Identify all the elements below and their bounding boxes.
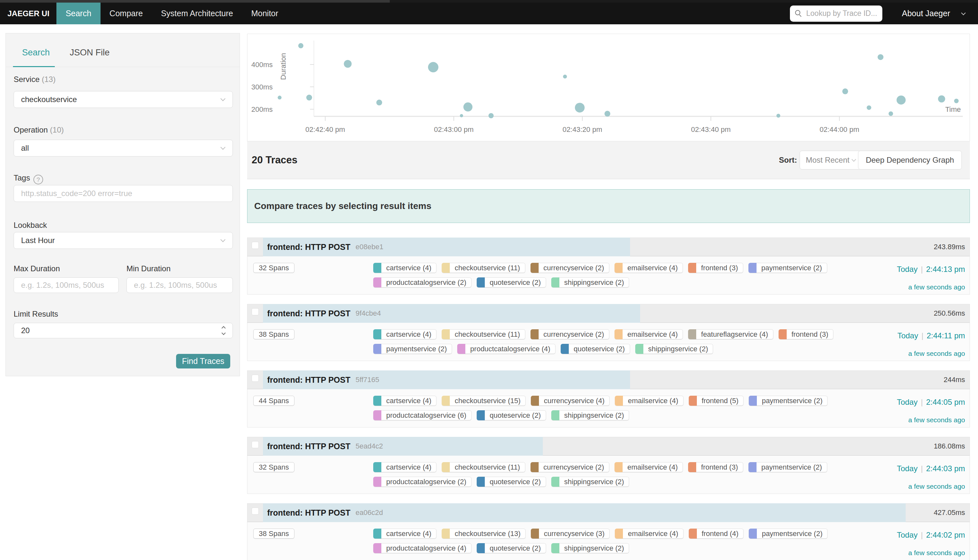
trace-title: frontend: HTTP POST5ff7165 bbox=[267, 371, 379, 389]
service-color-swatch bbox=[749, 396, 757, 406]
trace-select-checkbox[interactable] bbox=[252, 508, 259, 515]
trace-header-link[interactable]: frontend: HTTP POST5ff7165 244ms bbox=[247, 370, 970, 389]
chevron-down-icon bbox=[851, 157, 856, 162]
trace-dot[interactable] bbox=[575, 103, 585, 112]
help-icon[interactable]: ? bbox=[33, 175, 43, 184]
trace-date[interactable]: Today bbox=[897, 530, 918, 539]
about-jaeger-menu[interactable]: About Jaeger bbox=[902, 9, 965, 18]
trace-details: 32 Spans cartservice (4)checkoutservice … bbox=[247, 456, 970, 494]
trace-date[interactable]: Today bbox=[897, 398, 918, 407]
service-color-swatch bbox=[614, 263, 623, 273]
trace-time[interactable]: 2:44:11 pm bbox=[927, 331, 965, 340]
trace-dot[interactable] bbox=[563, 75, 567, 78]
nav-item-system-architecture[interactable]: System Architecture bbox=[152, 3, 242, 24]
svg-text:02:43:00 pm: 02:43:00 pm bbox=[434, 125, 474, 133]
service-chip-productcatalogservice: productcatalogservice (6) bbox=[373, 410, 471, 420]
nav-item-compare[interactable]: Compare bbox=[100, 3, 152, 24]
service-color-swatch bbox=[749, 528, 757, 538]
trace-date[interactable]: Today bbox=[897, 464, 918, 473]
trace-header-link[interactable]: frontend: HTTP POSTea06c2d 427.05ms bbox=[247, 503, 970, 522]
service-chip-paymentservice: paymentservice (2) bbox=[748, 462, 827, 472]
tags-input[interactable]: http.status_code=200 error=true bbox=[13, 185, 233, 202]
min-duration-input[interactable]: e.g. 1.2s, 100ms, 500us bbox=[127, 277, 233, 293]
x-axis-label: Time bbox=[945, 105, 961, 113]
deep-dependency-graph-button[interactable]: Deep Dependency Graph bbox=[858, 151, 962, 170]
span-count-chip: 44 Spans bbox=[253, 396, 294, 406]
trace-dot[interactable] bbox=[463, 102, 472, 112]
find-traces-button[interactable]: Find Traces bbox=[176, 354, 230, 368]
max-duration-label: Max Duration bbox=[13, 264, 60, 273]
trace-dot[interactable] bbox=[376, 100, 382, 105]
trace-header-link[interactable]: frontend: HTTP POST9f4cbe4 250.56ms bbox=[247, 304, 970, 323]
nav-item-search[interactable]: Search bbox=[57, 3, 100, 24]
nav-item-monitor[interactable]: Monitor bbox=[242, 3, 287, 24]
trace-id-lookup-input[interactable]: Lookup by Trace ID... bbox=[790, 5, 882, 22]
service-color-swatch bbox=[688, 263, 696, 273]
trace-time[interactable]: 2:44:02 pm bbox=[926, 530, 965, 539]
trace-id: 9f4cbe4 bbox=[355, 309, 381, 318]
service-chip-shippingservice: shippingservice (2) bbox=[551, 410, 629, 420]
trace-dot[interactable] bbox=[954, 98, 958, 103]
trace-select-checkbox[interactable] bbox=[252, 308, 259, 315]
service-color-swatch bbox=[373, 543, 381, 553]
service-color-swatch bbox=[373, 528, 381, 538]
trace-dot[interactable] bbox=[604, 111, 610, 117]
trace-dot[interactable] bbox=[867, 105, 871, 110]
trace-dot[interactable] bbox=[460, 114, 463, 117]
service-chip-cartservice: cartservice (4) bbox=[373, 462, 436, 472]
trace-id: 5ead4c2 bbox=[355, 442, 383, 450]
trace-select-checkbox[interactable] bbox=[252, 242, 259, 249]
trace-dot[interactable] bbox=[277, 96, 282, 100]
trace-dot[interactable] bbox=[896, 96, 906, 105]
trace-dot[interactable] bbox=[428, 62, 439, 72]
trace-header-link[interactable]: frontend: HTTP POSTe08ebe1 243.89ms bbox=[247, 238, 970, 256]
trace-date[interactable]: Today bbox=[897, 331, 918, 340]
trace-dot[interactable] bbox=[888, 112, 893, 116]
duration-scatter-panel: 400ms300ms200ms02:42:40 pm02:43:00 pm02:… bbox=[247, 34, 970, 141]
trace-time[interactable]: 2:44:13 pm bbox=[926, 265, 965, 273]
sort-select[interactable]: Most Recent bbox=[799, 151, 861, 170]
trace-dot[interactable] bbox=[488, 113, 494, 118]
tab-search[interactable]: Search bbox=[22, 48, 50, 58]
trace-header-link[interactable]: frontend: HTTP POST5ead4c2 186.08ms bbox=[247, 437, 970, 456]
service-color-swatch bbox=[748, 462, 756, 472]
service-color-swatch bbox=[614, 462, 623, 472]
service-color-swatch bbox=[477, 410, 485, 420]
search-icon bbox=[795, 10, 802, 17]
trace-dot[interactable] bbox=[298, 43, 304, 48]
trace-dot[interactable] bbox=[306, 95, 312, 100]
service-chip-checkoutservice: checkoutservice (15) bbox=[442, 396, 526, 406]
service-chip-paymentservice: paymentservice (2) bbox=[749, 528, 828, 538]
number-stepper[interactable] bbox=[222, 326, 227, 335]
min-duration-label: Min Duration bbox=[127, 264, 170, 273]
trace-dot[interactable] bbox=[938, 95, 945, 102]
max-duration-input[interactable]: e.g. 1.2s, 100ms, 500us bbox=[13, 277, 118, 293]
service-chips: cartservice (4)checkoutservice (15)curre… bbox=[373, 396, 828, 425]
trace-select-checkbox[interactable] bbox=[252, 441, 259, 448]
trace-timestamp: Today|2:44:03 pm a few seconds ago bbox=[897, 456, 965, 490]
trace-date[interactable]: Today bbox=[897, 265, 918, 273]
trace-dot[interactable] bbox=[776, 114, 780, 118]
trace-dot[interactable] bbox=[878, 54, 883, 60]
sort-label: Sort: bbox=[779, 155, 797, 165]
trace-select-checkbox[interactable] bbox=[252, 375, 259, 382]
trace-dot[interactable] bbox=[344, 60, 352, 68]
tab-json-file[interactable]: JSON File bbox=[70, 48, 110, 58]
trace-dot[interactable] bbox=[842, 88, 848, 94]
service-color-swatch bbox=[551, 277, 559, 287]
trace-ago: a few seconds ago bbox=[897, 549, 965, 557]
limit-results-input[interactable]: 20 bbox=[13, 323, 233, 338]
trace-time[interactable]: 2:44:03 pm bbox=[926, 464, 965, 473]
service-chip-checkoutservice: checkoutservice (13) bbox=[442, 528, 526, 538]
trace-ago: a few seconds ago bbox=[897, 416, 965, 424]
operation-select[interactable]: all bbox=[13, 140, 233, 157]
service-select[interactable]: checkoutservice bbox=[13, 91, 233, 108]
lookback-select[interactable]: Last Hour bbox=[13, 232, 233, 249]
service-color-swatch bbox=[442, 462, 450, 472]
service-chip-quoteservice: quoteservice (2) bbox=[477, 477, 546, 487]
service-chip-frontend: frontend (3) bbox=[779, 329, 834, 339]
trace-time[interactable]: 2:44:05 pm bbox=[926, 398, 965, 407]
trace-details: 32 Spans cartservice (4)checkoutservice … bbox=[247, 256, 970, 295]
search-sidebar: Search JSON File Service (13) checkoutse… bbox=[5, 33, 240, 376]
app-logo[interactable]: JAEGER UI bbox=[0, 3, 57, 24]
